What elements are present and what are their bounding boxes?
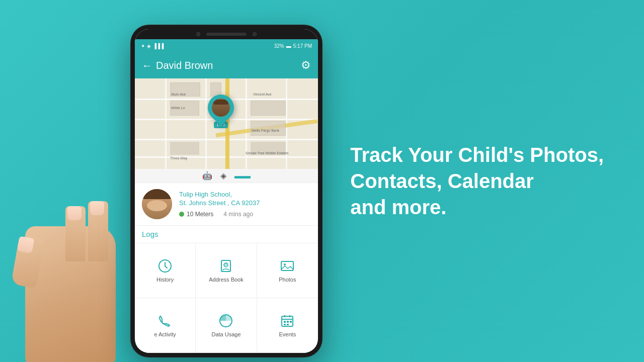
app-header: ← David Brown ⚙ — [135, 52, 318, 78]
back-button[interactable]: ← — [142, 60, 152, 71]
map-label-1: Alum Ave — [171, 93, 186, 96]
activity-label: e Activity — [154, 331, 176, 337]
map-area[interactable]: Alum Ave White Ln Vincent Ave Wells Farg… — [135, 78, 318, 169]
logs-section: Logs — [135, 226, 318, 243]
device-status-bar: 🤖 ◈ ▬▬ — [135, 169, 318, 183]
tagline-block: Track Your Child's Photos, Contacts, Cal… — [350, 142, 604, 220]
page-title: David Brown — [156, 60, 213, 71]
avatar — [142, 189, 172, 219]
settings-icon[interactable]: ⚙ — [301, 59, 311, 72]
distance-value: 10 Meters — [187, 211, 213, 218]
history-icon — [157, 258, 173, 274]
avatar-hair — [142, 189, 172, 200]
pin-bubble — [202, 89, 239, 127]
grid-section: History @ Address Book — [135, 243, 318, 353]
time-ago: 4 mins ago — [223, 211, 253, 218]
profile-location: Tulip High School, St. Johns Street , CA… — [179, 191, 311, 208]
map-label-6: Three-Way — [170, 156, 187, 160]
tagline-line1: Track Your Child's Photos, — [350, 142, 604, 168]
photos-label: Photos — [279, 277, 296, 283]
grid-item-history[interactable]: History — [135, 243, 196, 298]
status-icons-right: 32% ▬ 5:17 PM — [274, 43, 312, 49]
grid-item-data-usage[interactable]: Data Usage — [196, 298, 257, 353]
battery-percent: 32% — [274, 43, 284, 49]
battery-status-icon: ▬▬ — [234, 171, 251, 180]
time-display: 5:17 PM — [293, 43, 312, 49]
online-indicator — [179, 212, 184, 217]
data-usage-icon — [218, 313, 233, 328]
address-book-icon: @ — [218, 258, 233, 274]
grid-item-photos[interactable]: Photos — [257, 243, 318, 298]
svg-point-5 — [284, 263, 286, 265]
grid-item-address-book[interactable]: @ Address Book — [196, 243, 257, 298]
distance-info: 10 Meters — [179, 211, 213, 218]
data-usage-label: Data Usage — [211, 331, 240, 337]
location-address: St. Johns Street , CA 92037 — [179, 199, 311, 208]
phone-top-bar — [135, 29, 318, 39]
map-label-3: Vincent Ave — [253, 93, 272, 96]
photos-icon — [280, 258, 295, 274]
wifi-icon: ◈ — [147, 43, 151, 49]
location-pin: 1.4.2 — [208, 95, 234, 128]
bluetooth-icon: ✦ — [141, 43, 145, 49]
grid-item-events[interactable]: Events — [257, 298, 318, 353]
svg-rect-4 — [281, 261, 293, 270]
svg-rect-13 — [290, 321, 292, 323]
speaker — [206, 33, 247, 36]
svg-text:@: @ — [224, 262, 228, 266]
location-name: Tulip High School, — [179, 191, 311, 199]
android-icon: 🤖 — [202, 171, 212, 180]
tagline-line3: and more. — [350, 194, 604, 220]
camera — [196, 32, 200, 36]
svg-rect-14 — [284, 324, 286, 325]
map-label-2: White Ln — [171, 106, 185, 110]
status-icons-left: ✦ ◈ ▐▐▐ — [141, 43, 164, 49]
call-icon — [157, 313, 173, 328]
header-left: ← David Brown — [142, 60, 213, 71]
profile-meta: 10 Meters 4 mins ago — [179, 211, 311, 218]
phone-wrapper: ✦ ◈ ▐▐▐ 32% ▬ 5:17 PM ← David Brown ⚙ — [45, 10, 257, 362]
profile-info: Tulip High School, St. Johns Street , CA… — [179, 191, 311, 218]
logs-title: Logs — [142, 230, 158, 238]
history-label: History — [156, 277, 174, 283]
svg-rect-15 — [287, 324, 289, 325]
profile-section: Tulip High School, St. Johns Street , CA… — [135, 183, 318, 226]
battery-icon: ▬ — [286, 43, 291, 49]
map-label-4: Wells Fargo Bank — [252, 129, 279, 132]
events-label: Events — [279, 331, 296, 337]
tagline-line2: Contacts, Calendar — [350, 168, 604, 194]
svg-rect-11 — [284, 321, 286, 323]
status-bar: ✦ ◈ ▐▐▐ 32% ▬ 5:17 PM — [135, 39, 318, 52]
pin-avatar — [212, 99, 230, 117]
map-label-5: Smoke Tree Mobile Estates — [246, 151, 289, 155]
wifi-status-icon: ◈ — [220, 171, 226, 180]
sensor — [253, 32, 257, 36]
grid-item-activity[interactable]: e Activity — [135, 298, 196, 353]
address-book-label: Address Book — [209, 277, 243, 283]
events-icon — [280, 313, 295, 328]
signal-icon: ▐▐▐ — [153, 43, 164, 49]
svg-rect-12 — [287, 321, 289, 323]
phone-device: ✦ ◈ ▐▐▐ 32% ▬ 5:17 PM ← David Brown ⚙ — [131, 25, 322, 357]
